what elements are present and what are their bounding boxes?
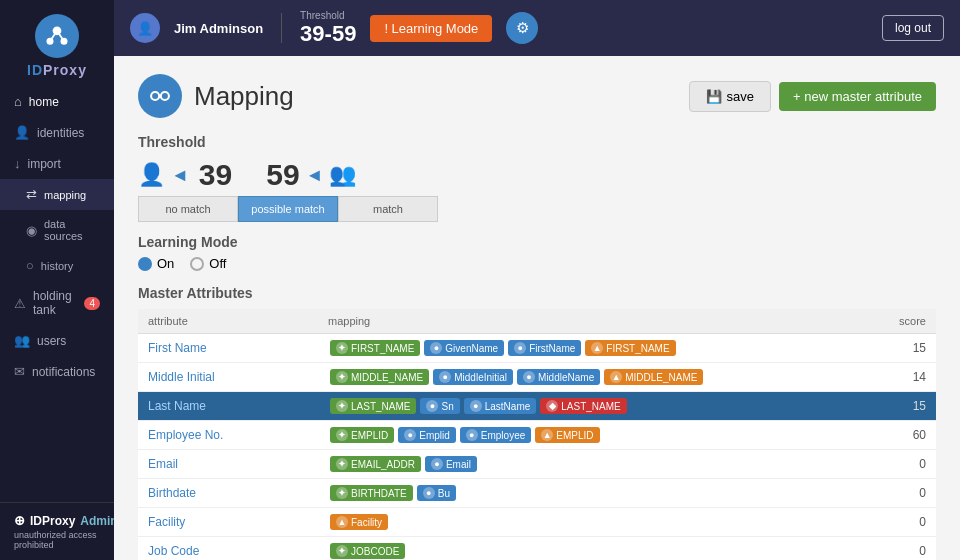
threshold-high-arrow: ◄	[306, 165, 324, 186]
attribute-link[interactable]: Facility	[148, 515, 185, 529]
threshold-high-item: 59 ◄ 👥	[262, 158, 356, 192]
mapping-tag: ✦MIDDLE_NAME	[330, 369, 429, 385]
threshold-low-arrow: ◄	[171, 165, 189, 186]
identities-icon: 👤	[14, 125, 30, 140]
learning-mode-button[interactable]: ! Learning Mode	[370, 15, 492, 42]
threshold-low-icon: 👤	[138, 162, 165, 188]
save-icon: 💾	[706, 89, 722, 104]
score-cell: 0	[876, 508, 936, 537]
gear-button[interactable]: ⚙	[506, 12, 538, 44]
sidebar-item-mapping[interactable]: ⇄ mapping	[0, 179, 114, 210]
sidebar-item-home[interactable]: ⌂ home	[0, 86, 114, 117]
score-cell: 0	[876, 537, 936, 561]
radio-off-text: Off	[209, 256, 226, 271]
holding-tank-badge: 4	[84, 297, 100, 310]
mapping-tag: ✦JOBCODE	[330, 543, 405, 559]
mapping-tag: ✦LAST_NAME	[330, 398, 416, 414]
mapping-tag: ✦FIRST_NAME	[330, 340, 420, 356]
threshold-section: Threshold 👤 ◄ 39 59 ◄ 👥 no match possibl…	[138, 134, 936, 222]
table-row[interactable]: First Name✦FIRST_NAME●GivenName●FirstNam…	[138, 334, 936, 363]
attribute-link[interactable]: Middle Initial	[148, 370, 215, 384]
table-header: attribute mapping score	[138, 309, 936, 334]
radio-off-label[interactable]: Off	[190, 256, 226, 271]
user-name: Jim Adminson	[174, 21, 263, 36]
mapping-tag: ●Employee	[460, 427, 531, 443]
attribute-link[interactable]: Last Name	[148, 399, 206, 413]
history-icon: ○	[26, 258, 34, 273]
mapping-tag: ◆LAST_NAME	[540, 398, 626, 414]
sidebar-item-holding-tank[interactable]: ⚠ holding tank 4	[0, 281, 114, 325]
bar-no-match: no match	[138, 196, 238, 222]
page-title: Mapping	[194, 81, 294, 112]
mapping-icon: ⇄	[26, 187, 37, 202]
bar-possible-match: possible match	[238, 196, 338, 222]
data-sources-icon: ◉	[26, 223, 37, 238]
table-row[interactable]: Employee No.✦EMPLID●Emplid●Employee▲EMPL…	[138, 421, 936, 450]
score-cell: 14	[876, 363, 936, 392]
topbar-divider	[281, 13, 282, 43]
mapping-tag: ✦EMAIL_ADDR	[330, 456, 421, 472]
sidebar-item-import[interactable]: ↓ import	[0, 148, 114, 179]
sidebar-item-identities[interactable]: 👤 identities	[0, 117, 114, 148]
main-content: Mapping 💾 save + new master attribute Th…	[114, 56, 960, 560]
table-row[interactable]: Middle Initial✦MIDDLE_NAME●MiddleInitial…	[138, 363, 936, 392]
radio-on-indicator	[138, 257, 152, 271]
sidebar-item-data-sources[interactable]: ◉ data sources	[0, 210, 114, 250]
mapping-tag: ●Email	[425, 456, 477, 472]
mapping-tag: ●Emplid	[398, 427, 456, 443]
mapping-tag: ▲FIRST_NAME	[585, 340, 675, 356]
import-icon: ↓	[14, 156, 21, 171]
threshold-controls: 👤 ◄ 39 59 ◄ 👥	[138, 158, 936, 192]
radio-on-text: On	[157, 256, 174, 271]
master-attributes-section: Master Attributes attribute mapping scor…	[138, 285, 936, 560]
master-attributes-heading: Master Attributes	[138, 285, 936, 301]
mapping-tag: ●MiddleName	[517, 369, 600, 385]
sidebar-item-users[interactable]: 👥 users	[0, 325, 114, 356]
svg-point-5	[151, 92, 159, 100]
save-button[interactable]: 💾 save	[689, 81, 771, 112]
mapping-tag: ●LastName	[464, 398, 537, 414]
logo-text: IDProxy	[27, 62, 87, 78]
header-buttons: 💾 save + new master attribute	[689, 81, 936, 112]
page-title-area: Mapping	[138, 74, 294, 118]
logout-button[interactable]: log out	[882, 15, 944, 41]
table-row[interactable]: Facility▲Facility0	[138, 508, 936, 537]
threshold-low-item: 👤 ◄ 39	[138, 158, 232, 192]
mapping-tag: ●GivenName	[424, 340, 504, 356]
score-cell: 60	[876, 421, 936, 450]
col-attribute: attribute	[138, 309, 318, 334]
attribute-link[interactable]: Email	[148, 457, 178, 471]
radio-off-indicator	[190, 257, 204, 271]
mapping-tag: ●FirstName	[508, 340, 581, 356]
mapping-tag: ▲Facility	[330, 514, 388, 530]
table-row[interactable]: Job Code✦JOBCODE0	[138, 537, 936, 561]
new-master-attribute-button[interactable]: + new master attribute	[779, 82, 936, 111]
score-cell: 15	[876, 392, 936, 421]
page-icon	[138, 74, 182, 118]
score-cell: 0	[876, 450, 936, 479]
attribute-link[interactable]: First Name	[148, 341, 207, 355]
table-row[interactable]: Email✦EMAIL_ADDR●Email0	[138, 450, 936, 479]
attribute-link[interactable]: Job Code	[148, 544, 199, 558]
radio-on-label[interactable]: On	[138, 256, 174, 271]
threshold-heading: Threshold	[138, 134, 936, 150]
topbar: 👤 Jim Adminson Threshold 39-59 ! Learnin…	[114, 0, 960, 56]
mapping-tag: ●Sn	[420, 398, 459, 414]
holding-tank-icon: ⚠	[14, 296, 26, 311]
sidebar-logo: IDProxy	[0, 0, 114, 86]
svg-point-6	[161, 92, 169, 100]
attribute-link[interactable]: Birthdate	[148, 486, 196, 500]
attributes-table: attribute mapping score First Name✦FIRST…	[138, 309, 936, 560]
learning-mode-heading: Learning Mode	[138, 234, 936, 250]
sidebar-item-history[interactable]: ○ history	[0, 250, 114, 281]
attribute-link[interactable]: Employee No.	[148, 428, 223, 442]
threshold-high-value: 59	[266, 158, 299, 192]
table-row[interactable]: Birthdate✦BIRTHDATE●Bu0	[138, 479, 936, 508]
sidebar-item-notifications[interactable]: ✉ notifications	[0, 356, 114, 387]
threshold-high-icon: 👥	[329, 162, 356, 188]
mapping-tag: ✦BIRTHDATE	[330, 485, 413, 501]
score-cell: 0	[876, 479, 936, 508]
logo-icon	[35, 14, 79, 58]
table-row[interactable]: Last Name✦LAST_NAME●Sn●LastName◆LAST_NAM…	[138, 392, 936, 421]
table-body: First Name✦FIRST_NAME●GivenName●FirstNam…	[138, 334, 936, 561]
